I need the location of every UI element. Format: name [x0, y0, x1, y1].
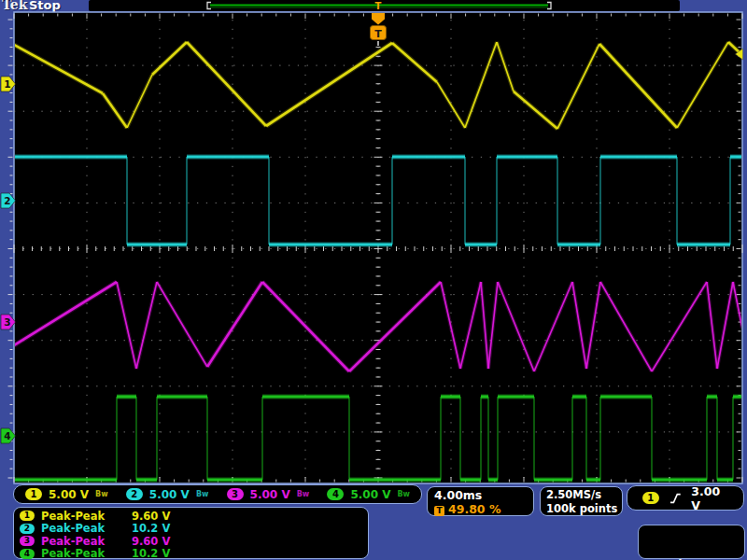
- measurement-row: 1 Peak-Peak 9.60 V: [20, 510, 368, 523]
- scope-display: T1234T: [0, 0, 747, 511]
- measurement-row: 3 Peak-Peak 9.60 V: [20, 535, 368, 548]
- horizontal-scale: 4.00ms: [434, 488, 533, 502]
- measurement-name: Peak-Peak: [41, 522, 132, 535]
- measurement-value: 9.60 V: [132, 535, 170, 548]
- trigger-source-badge: 1: [642, 492, 659, 504]
- channel-1-ground-marker: [1, 77, 16, 91]
- svg-text:1: 1: [4, 78, 10, 90]
- channel-2-readout: 2 5.00 V Bw: [126, 488, 209, 501]
- measurement-value: 10.2 V: [132, 547, 170, 560]
- acquisition-status: Stop: [29, 0, 61, 12]
- graticule-frame: [14, 12, 742, 483]
- channel-3-scale: 5.00 V: [250, 488, 290, 501]
- svg-text:2: 2: [4, 195, 10, 206]
- trigger-level: 3.00 V: [691, 484, 732, 512]
- trigger-level-arrow: [736, 49, 743, 60]
- measurement-row: 4 Peak-Peak 10.2 V: [20, 548, 368, 560]
- channel-3-badge: 3: [20, 536, 35, 546]
- waveform-ch2: [14, 157, 742, 245]
- measurement-row: 2 Peak-Peak 10.2 V: [20, 523, 368, 536]
- trigger-t-icon: T: [434, 506, 444, 516]
- svg-text:T: T: [374, 28, 382, 40]
- channel-1-scale: 5.00 V: [49, 488, 89, 501]
- channel-3-ground-marker: [1, 315, 16, 329]
- bandwidth-indicator-icon: Bw: [297, 490, 310, 498]
- waveforms: [14, 42, 742, 480]
- measurement-name: Peak-Peak: [41, 547, 132, 560]
- channel-4-scale: 5.00 V: [350, 488, 390, 501]
- channel-2-ground-marker: [1, 193, 16, 208]
- trigger-position-row: T49.80 %: [434, 502, 533, 516]
- channel-4-badge: 4: [327, 488, 344, 500]
- channel-1-readout: 1 5.00 V Bw: [25, 488, 108, 501]
- channel-4-badge: 4: [20, 549, 35, 559]
- horizontal-readout: 4.00ms T49.80 %: [427, 486, 534, 516]
- trigger-position-flag: T: [371, 13, 387, 46]
- measurement-name: Peak-Peak: [41, 535, 132, 548]
- waveform-ch3: [14, 282, 742, 371]
- sample-rate: 2.50MS/s: [546, 488, 622, 502]
- waveform-ch1: [14, 42, 742, 129]
- graticule-grid: [8, 14, 743, 483]
- channel-1-badge: 1: [20, 511, 35, 521]
- channel-1-badge: 1: [25, 488, 42, 500]
- trigger-position-percent: 49.80 %: [448, 502, 500, 516]
- channel-2-scale: 5.00 V: [149, 488, 190, 501]
- waveform-ch4: [14, 397, 742, 480]
- measurement-value: 9.60 V: [132, 510, 170, 523]
- channel-scale-readouts: 1 5.00 V Bw 2 5.00 V Bw 3 5.00 V Bw 4 5.…: [13, 484, 422, 504]
- datetime-display: 13 Jul 2016 05:15:18: [638, 525, 745, 559]
- trigger-readout: 1 3.00 V: [627, 485, 744, 511]
- channel-2-badge: 2: [126, 488, 143, 500]
- bandwidth-indicator-icon: Bw: [95, 490, 108, 498]
- channel-3-badge: 3: [227, 488, 244, 500]
- top-bar: Tek Stop: [0, 0, 747, 12]
- measurement-name: Peak-Peak: [41, 510, 132, 523]
- record-length: 100k points: [546, 502, 622, 516]
- svg-text:3: 3: [4, 316, 10, 328]
- bandwidth-indicator-icon: Bw: [196, 490, 209, 498]
- measurements-panel: 1 Peak-Peak 9.60 V 2 Peak-Peak 10.2 V 3 …: [13, 507, 369, 559]
- acquisition-readout: 2.50MS/s 100k points: [540, 486, 623, 516]
- channel-2-badge: 2: [20, 524, 35, 534]
- channel-3-readout: 3 5.00 V Bw: [227, 488, 310, 501]
- rising-edge-icon: [669, 492, 682, 505]
- channel-4-ground-marker: [1, 428, 16, 443]
- bandwidth-indicator-icon: Bw: [397, 490, 410, 498]
- tek-logo: Tek: [2, 0, 27, 12]
- svg-text:4: 4: [4, 430, 10, 441]
- measurement-value: 10.2 V: [132, 522, 170, 535]
- channel-markers: 1234: [1, 49, 743, 443]
- channel-4-readout: 4 5.00 V Bw: [327, 488, 410, 501]
